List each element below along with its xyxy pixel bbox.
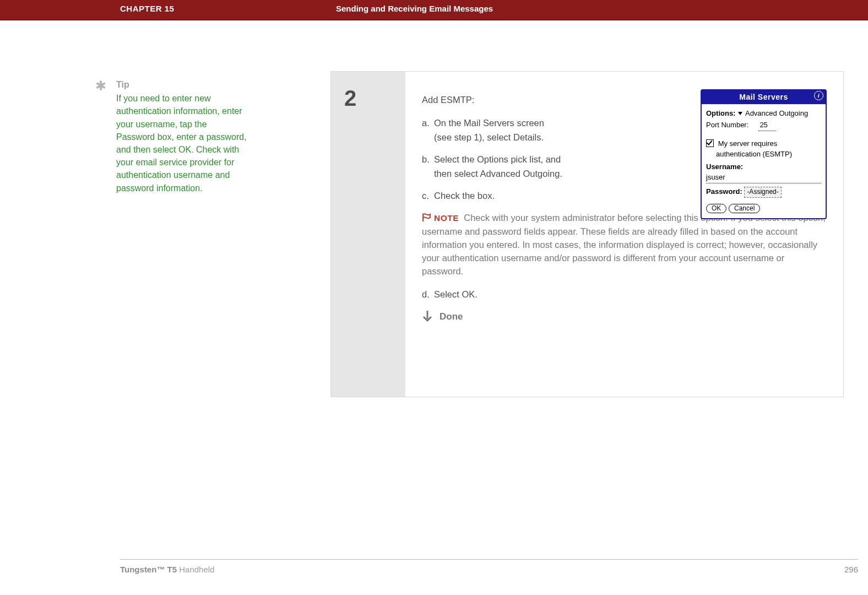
- dialog-title: Mail Servers: [739, 93, 788, 101]
- password-label: Password:: [706, 187, 742, 196]
- substep-b-cont: then select Advanced Outgoing.: [422, 167, 643, 181]
- info-icon[interactable]: i: [814, 91, 823, 100]
- done-label: Done: [440, 311, 463, 322]
- substep-a-cont: (see step 1), select Details.: [422, 131, 643, 144]
- step-number-column: 2: [331, 72, 405, 397]
- step-content: Mail Servers i Options: Advanced Outgoin…: [405, 72, 843, 343]
- page-number: 296: [844, 565, 858, 574]
- cancel-button[interactable]: Cancel: [729, 204, 760, 213]
- product-name: Tungsten™ T5 Handheld: [120, 565, 214, 574]
- note-flag-icon: [422, 213, 432, 226]
- tip-sidebar: ✱ Tip If you need to enter new authentic…: [95, 78, 247, 194]
- substep-c-text: Check the box.: [434, 191, 495, 201]
- substep-c: c.Check the box.: [422, 190, 631, 203]
- port-number-field[interactable]: 25: [758, 120, 776, 131]
- substep-b-line1: Select the Options pick list, and: [434, 154, 561, 164]
- chapter-label: CHAPTER 15: [120, 4, 174, 13]
- asterisk-icon: ✱: [95, 77, 106, 96]
- product-name-rest: Handheld: [177, 565, 214, 574]
- dropdown-icon[interactable]: [738, 112, 742, 115]
- substep-c-letter: c.: [422, 190, 434, 203]
- tip-label: Tip: [116, 80, 129, 89]
- substep-a-line1: On the Mail Servers screen: [434, 118, 544, 128]
- substep-d-letter: d.: [422, 288, 434, 301]
- options-label: Options:: [706, 109, 735, 117]
- step-box: 2 Mail Servers i Options: Advanced Outgo…: [330, 71, 844, 397]
- note-block: NOTE Check with your system administrato…: [422, 212, 828, 279]
- substep-a: a.On the Mail Servers screen: [422, 117, 631, 130]
- substep-b-letter: b.: [422, 153, 434, 166]
- chapter-title: Sending and Receiving Email Messages: [336, 4, 493, 13]
- step-number: 2: [331, 72, 405, 111]
- ok-button[interactable]: OK: [706, 204, 726, 213]
- page-footer: Tungsten™ T5 Handheld 296: [120, 565, 858, 574]
- password-field[interactable]: -Assigned-: [744, 187, 781, 197]
- mail-servers-dialog: Mail Servers i Options: Advanced Outgoin…: [701, 89, 827, 219]
- note-text: Check with your system administrator bef…: [422, 213, 826, 277]
- username-label: Username:: [706, 163, 743, 171]
- note-label: NOTE: [434, 213, 459, 223]
- esmtp-text-line2: authentication (ESMTP): [716, 150, 792, 158]
- down-arrow-icon: [422, 310, 433, 327]
- product-name-bold: Tungsten™ T5: [120, 565, 177, 574]
- substep-a-letter: a.: [422, 117, 434, 130]
- footer-rule: [120, 559, 858, 560]
- substep-d-text: Select OK.: [434, 289, 478, 299]
- esmtp-checkbox[interactable]: [706, 139, 714, 147]
- done-row: Done: [422, 310, 828, 327]
- substep-d: d.Select OK.: [422, 288, 631, 301]
- esmtp-text-line1: My server requires: [718, 139, 778, 148]
- port-label: Port Number:: [706, 121, 748, 129]
- options-value[interactable]: Advanced Outgoing: [745, 109, 808, 117]
- tip-body: If you need to enter new authentication …: [116, 92, 247, 194]
- username-field[interactable]: jsuser: [706, 173, 725, 181]
- chapter-header-bar: CHAPTER 15 Sending and Receiving Email M…: [0, 0, 868, 20]
- substep-b: b.Select the Options pick list, and: [422, 153, 631, 166]
- dialog-titlebar: Mail Servers i: [702, 90, 826, 104]
